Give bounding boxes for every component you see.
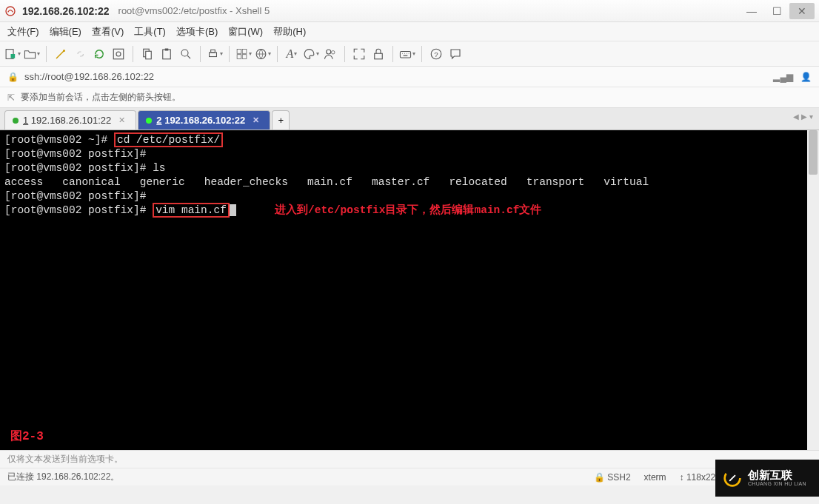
toolbar-sep bbox=[133, 46, 133, 62]
tab-1-label: 192.168.26.101:22 bbox=[31, 115, 111, 126]
scrollbar-thumb[interactable] bbox=[809, 130, 818, 175]
lock-icon[interactable] bbox=[370, 46, 387, 62]
watermark-cn: 创新互联 bbox=[748, 469, 806, 482]
toolbar-sep bbox=[421, 46, 422, 62]
compose-hint-text: 仅将文本发送到当前选项卡。 bbox=[7, 453, 123, 466]
svg-point-0 bbox=[6, 7, 15, 16]
svg-rect-11 bbox=[210, 52, 217, 56]
properties-icon[interactable] bbox=[110, 46, 127, 62]
cursor bbox=[230, 204, 236, 216]
toolbar-sep bbox=[46, 46, 47, 62]
title-subtitle: root@vms002:/etc/postfix - Xshell 5 bbox=[118, 5, 270, 16]
maximize-button[interactable]: ☐ bbox=[764, 3, 789, 19]
toolbar-sep bbox=[200, 46, 201, 62]
svg-rect-7 bbox=[146, 51, 152, 59]
menu-tools[interactable]: 工具(T) bbox=[134, 25, 166, 38]
svg-rect-21 bbox=[400, 51, 410, 58]
copy-icon[interactable] bbox=[139, 46, 156, 62]
terminal[interactable]: [root@vms002 ~]# cd /etc/postfix/ [root@… bbox=[0, 130, 819, 450]
toolbar-sep bbox=[229, 46, 230, 62]
tab-2-num: 2 bbox=[156, 115, 161, 126]
menubar: 文件(F) 编辑(E) 查看(V) 工具(T) 选项卡(B) 窗口(W) 帮助(… bbox=[0, 22, 819, 41]
help-icon[interactable]: ? bbox=[428, 46, 444, 62]
minimize-button[interactable]: — bbox=[739, 3, 764, 19]
chat-icon[interactable] bbox=[447, 46, 464, 62]
terminal-wrap: [root@vms002 ~]# cd /etc/postfix/ [root@… bbox=[0, 130, 819, 450]
add-tab-button[interactable]: + bbox=[272, 110, 290, 130]
globe-icon[interactable]: ▾ bbox=[255, 46, 271, 62]
term-line: [root@vms002 ~]# bbox=[4, 134, 114, 146]
svg-rect-4 bbox=[113, 49, 124, 59]
menu-file[interactable]: 文件(F) bbox=[7, 25, 39, 38]
menu-edit[interactable]: 编辑(E) bbox=[50, 25, 81, 38]
svg-rect-13 bbox=[237, 49, 241, 53]
open-icon[interactable]: ▾ bbox=[24, 46, 40, 62]
keyboard-icon[interactable]: ▾ bbox=[399, 46, 415, 62]
svg-rect-14 bbox=[242, 49, 247, 53]
link-icon[interactable] bbox=[72, 46, 88, 62]
tab-2-label: 192.168.26.102:22 bbox=[164, 115, 245, 126]
toolbar-sep bbox=[392, 46, 393, 62]
lock-small-icon: 🔒 bbox=[7, 72, 19, 82]
new-session-icon[interactable]: ▾ bbox=[4, 46, 21, 62]
status-bar: 已连接 192.168.26.102:22。 🔒 SSH2 xterm ↕ 11… bbox=[0, 468, 819, 485]
svg-point-5 bbox=[116, 52, 121, 56]
term-line: [root@vms002 postfix]# bbox=[4, 148, 146, 160]
hint-bar: ⇱ 要添加当前会话，点击左侧的箭头按钮。 bbox=[0, 87, 819, 108]
font-icon[interactable]: A▾ bbox=[284, 46, 300, 62]
status-dot-icon bbox=[13, 118, 19, 124]
address-bar: 🔒 ▂▄▆ 👤 bbox=[0, 67, 819, 87]
figure-label: 图2-3 bbox=[10, 430, 44, 444]
arrow-hint-icon[interactable]: ⇱ bbox=[7, 93, 15, 103]
titlebar: 192.168.26.102:22 root@vms002:/etc/postf… bbox=[0, 0, 819, 22]
address-input[interactable] bbox=[24, 71, 210, 82]
layout-icon[interactable]: ▾ bbox=[235, 46, 252, 62]
highlight-cmd-2: vim main.cf bbox=[153, 203, 230, 218]
close-tab-icon[interactable]: ✕ bbox=[118, 115, 125, 125]
wand-icon[interactable] bbox=[53, 46, 69, 62]
svg-rect-9 bbox=[165, 48, 169, 50]
fullscreen-icon[interactable] bbox=[351, 46, 367, 62]
menu-help[interactable]: 帮助(H) bbox=[273, 25, 306, 38]
svg-point-10 bbox=[181, 50, 188, 56]
svg-rect-20 bbox=[375, 53, 383, 59]
person-icon[interactable]: 👤 bbox=[800, 72, 812, 82]
term-line: [root@vms002 postfix]# bbox=[4, 204, 153, 216]
compose-hint-bar: 仅将文本发送到当前选项卡。 bbox=[0, 450, 819, 468]
svg-text:?: ? bbox=[434, 50, 438, 58]
reconnect-icon[interactable] bbox=[91, 46, 107, 62]
svg-point-3 bbox=[63, 50, 65, 52]
tab-nav[interactable]: ◀ ▶ ▾ bbox=[793, 112, 813, 121]
close-button[interactable]: ✕ bbox=[789, 3, 815, 19]
title-address: 192.168.26.102:22 bbox=[22, 5, 110, 17]
svg-rect-15 bbox=[237, 54, 241, 58]
terminal-scrollbar[interactable] bbox=[807, 130, 819, 450]
tab-1[interactable]: 1 192.168.26.101:22 ✕ bbox=[4, 110, 136, 130]
toolbar: ▾ ▾ ▾ ▾ ▾ A▾ ▾ ▾ ? bbox=[0, 41, 819, 67]
signal-icon[interactable]: ▂▄▆ bbox=[773, 72, 793, 82]
app-icon bbox=[4, 5, 16, 17]
status-dot-icon bbox=[146, 118, 152, 124]
window-buttons: — ☐ ✕ bbox=[739, 3, 815, 19]
svg-rect-8 bbox=[163, 50, 171, 59]
users-icon[interactable] bbox=[322, 46, 338, 62]
search-icon[interactable] bbox=[178, 46, 194, 62]
menu-tabs[interactable]: 选项卡(B) bbox=[176, 25, 218, 38]
status-size: ↕ 118x22 bbox=[680, 472, 716, 483]
menu-view[interactable]: 查看(V) bbox=[92, 25, 124, 38]
menu-window[interactable]: 窗口(W) bbox=[228, 25, 263, 38]
palette-icon[interactable]: ▾ bbox=[303, 46, 319, 62]
highlight-cmd-1: cd /etc/postfix/ bbox=[114, 132, 223, 147]
hint-text: 要添加当前会话，点击左侧的箭头按钮。 bbox=[21, 91, 181, 104]
toolbar-sep bbox=[344, 46, 345, 62]
svg-rect-12 bbox=[211, 50, 215, 53]
watermark-logo-icon bbox=[723, 468, 742, 488]
paste-icon[interactable] bbox=[158, 46, 175, 62]
status-term: xterm bbox=[644, 472, 666, 483]
connection-status: 已连接 192.168.26.102:22。 bbox=[7, 471, 581, 483]
term-line: access canonical generic header_checks m… bbox=[4, 176, 649, 188]
close-tab-icon[interactable]: ✕ bbox=[253, 115, 259, 125]
tab-2[interactable]: 2 192.168.26.102:22 ✕ bbox=[138, 110, 270, 130]
watermark-en: CHUANG XIN HU LIAN bbox=[748, 481, 806, 487]
print-icon[interactable]: ▾ bbox=[207, 46, 223, 62]
